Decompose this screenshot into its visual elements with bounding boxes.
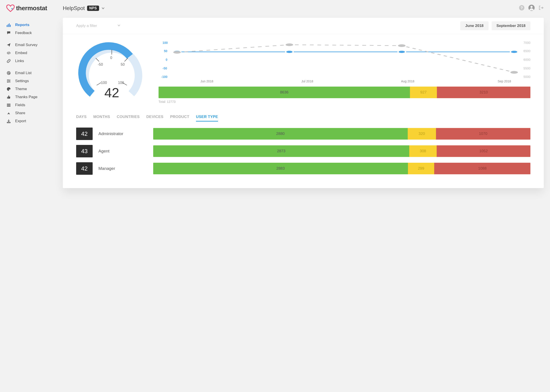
date-from-button[interactable]: June 2018 (460, 21, 488, 30)
sidebar-item-label: Reports (15, 23, 29, 27)
nps-score: 42 (105, 85, 119, 100)
date-to-button[interactable]: September 2018 (492, 21, 530, 30)
breakdown-row: 42Manager28832991088 (76, 162, 530, 175)
sidebar-item-label: Export (15, 119, 26, 123)
passives-segment: 927 (410, 87, 437, 98)
broadcast-icon (6, 111, 11, 115)
svg-rect-4 (10, 25, 11, 27)
gauge-tick-p100: 100 (118, 81, 124, 85)
tab-devices[interactable]: DEVICES (146, 115, 163, 122)
link-icon (6, 59, 11, 63)
svg-point-30 (173, 51, 181, 54)
chart-bars-icon (6, 23, 11, 27)
row-detractors-segment: 1088 (434, 163, 530, 174)
row-label: Manager (99, 166, 148, 171)
gauge-tick-n100: -100 (100, 81, 107, 85)
breakdown-tabs: DAYS MONTHS COUNTRIES DEVICES PRODUCT US… (76, 115, 530, 122)
thumbs-up-icon (6, 95, 11, 99)
sidebar-item-label: Embed (15, 51, 27, 55)
sidebar-item-share[interactable]: Share (6, 109, 57, 117)
sidebar-item-links[interactable]: Links (6, 57, 57, 65)
speech-bubble-icon (6, 31, 11, 35)
sidebar-item-label: Fields (15, 103, 25, 107)
help-icon[interactable]: ? (519, 5, 525, 12)
palette-icon (6, 87, 11, 91)
svg-point-0 (11, 8, 13, 9)
brand-text: thermostat (16, 5, 47, 12)
row-nps-score: 42 (76, 162, 93, 175)
svg-point-29 (510, 50, 518, 53)
svg-line-22 (96, 58, 99, 62)
survey-selector[interactable]: HelpSpot NPS (63, 5, 105, 11)
row-nps-score: 42 (76, 127, 93, 140)
row-nps-score: 43 (76, 145, 93, 157)
chevron-down-icon (117, 24, 121, 28)
svg-rect-13 (7, 104, 10, 105)
row-passives-segment: 299 (408, 163, 434, 174)
row-breakdown-bar: 28832991088 (153, 163, 530, 174)
gauge-tick-0: 0 (110, 56, 112, 60)
svg-line-23 (125, 58, 128, 62)
survey-title: HelpSpot (63, 5, 85, 11)
gauge-tick-p50: 50 (121, 63, 125, 67)
filter-dropdown[interactable]: Apply a filter (76, 24, 121, 28)
sidebar-item-feedback[interactable]: Feedback (6, 29, 57, 37)
svg-point-32 (398, 44, 406, 47)
sidebar-item-fields[interactable]: Fields (6, 101, 57, 109)
trend-line-chart: 100 50 0 -50 -100 7000 6500 6000 5500 50… (159, 41, 530, 79)
row-breakdown-bar: 28803201070 (153, 128, 530, 140)
detractors-segment: 3210 (437, 87, 530, 98)
row-detractors-segment: 1070 (436, 128, 530, 140)
sidebar-item-email-survey[interactable]: Email Survey (6, 41, 57, 49)
tab-user-type[interactable]: USER TYPE (196, 115, 218, 122)
svg-point-31 (286, 43, 293, 46)
summary-total: Total: 12773 (159, 100, 530, 104)
at-icon (6, 71, 11, 75)
tab-product[interactable]: PRODUCT (170, 115, 189, 122)
svg-rect-15 (7, 106, 10, 107)
code-icon (6, 51, 11, 55)
sidebar-item-export[interactable]: Export (6, 117, 57, 125)
tab-months[interactable]: MONTHS (93, 115, 110, 122)
row-detractors-segment: 1052 (437, 145, 530, 157)
svg-point-16 (8, 113, 9, 113)
sidebar-item-label: Share (15, 111, 25, 115)
svg-point-12 (7, 82, 8, 83)
survey-type-badge: NPS (87, 6, 99, 11)
tab-countries[interactable]: COUNTRIES (117, 115, 140, 122)
svg-point-10 (9, 81, 10, 82)
svg-point-33 (510, 71, 518, 74)
row-passives-segment: 308 (409, 145, 437, 157)
row-promoters-segment: 2883 (153, 163, 408, 174)
sidebar-item-theme[interactable]: Theme (6, 85, 57, 93)
chevron-down-icon (101, 5, 105, 11)
row-promoters-segment: 2880 (153, 128, 408, 140)
breakdown-row: 42Administrator28803201070 (76, 127, 530, 140)
gauge-tick-n50: -50 (98, 63, 103, 67)
row-breakdown-bar: 28733081052 (153, 145, 530, 157)
sidebar-item-email-list[interactable]: Email List (6, 69, 57, 77)
sidebar-item-label: Links (15, 59, 24, 63)
svg-rect-3 (9, 23, 10, 27)
row-passives-segment: 320 (408, 128, 436, 140)
sidebar-item-reports[interactable]: Reports (6, 21, 57, 29)
user-avatar-icon[interactable] (528, 4, 535, 12)
list-icon (6, 103, 11, 107)
row-label: Agent (99, 149, 148, 154)
svg-point-28 (398, 50, 406, 53)
sidebar-item-embed[interactable]: Embed (6, 49, 57, 57)
report-card: Apply a filter June 2018 September 2018 (63, 18, 544, 188)
svg-rect-14 (7, 105, 10, 105)
sidebar-item-settings[interactable]: Settings (6, 77, 57, 85)
row-promoters-segment: 2873 (153, 145, 409, 157)
sidebar-item-label: Feedback (15, 31, 32, 35)
promoters-segment: 8636 (159, 87, 410, 98)
sidebar-item-label: Theme (15, 87, 27, 91)
sidebar-item-thanks-page[interactable]: Thanks Page (6, 93, 57, 101)
tab-days[interactable]: DAYS (76, 115, 87, 122)
svg-point-27 (286, 50, 293, 53)
logout-icon[interactable] (538, 5, 544, 11)
brand-logo[interactable]: thermostat (6, 4, 57, 12)
sliders-icon (6, 79, 11, 83)
download-icon (6, 119, 11, 123)
